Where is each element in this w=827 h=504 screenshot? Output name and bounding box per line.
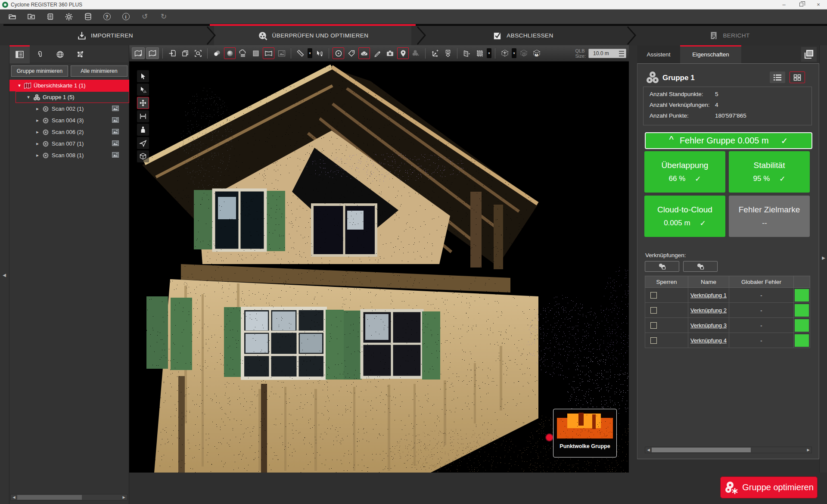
tab-eigenschaften[interactable]: Eigenschaften	[680, 45, 741, 63]
spinner-icon[interactable]	[619, 51, 624, 56]
tab-assistent[interactable]: Assistent	[637, 45, 680, 63]
group-tool-button[interactable]	[410, 47, 422, 59]
layout-toggle-button[interactable]	[801, 47, 817, 62]
measure-dropdown[interactable]: ▾	[308, 48, 312, 58]
duplicate-view-button[interactable]	[179, 47, 191, 59]
close-project-button[interactable]	[26, 12, 36, 22]
panel-expand-button[interactable]: ▶	[821, 252, 827, 263]
pointer-tool-button[interactable]	[137, 70, 149, 82]
restore-button[interactable]	[793, 0, 810, 9]
caret-right-icon[interactable]: ▸	[34, 141, 40, 146]
scroll-right-icon[interactable]: ▶	[121, 495, 127, 499]
tree-item-scan-006[interactable]: ▸ Scan 006 (2)	[9, 126, 129, 138]
scroll-left-icon[interactable]: ◀	[11, 495, 17, 499]
link-verknuepfung-3[interactable]: Verknüpfung 3	[690, 322, 727, 329]
map-add-button[interactable]	[132, 47, 145, 59]
fit-view-button[interactable]	[137, 110, 149, 122]
axes-button[interactable]	[429, 47, 441, 59]
solid-fill-button[interactable]	[250, 47, 261, 59]
collapse-group-button[interactable]: Gruppe minimieren	[11, 65, 68, 77]
lock-checkbox[interactable]	[650, 292, 657, 299]
draw-button[interactable]	[371, 47, 383, 59]
target-button[interactable]	[333, 47, 344, 59]
caret-right-icon[interactable]: ▸	[34, 106, 40, 112]
caret-down-icon[interactable]: ▾	[25, 94, 31, 100]
walk-view-button[interactable]	[137, 124, 149, 136]
lock-links-button[interactable]	[645, 261, 679, 272]
list-view-button[interactable]	[770, 72, 785, 83]
group-marker-dot[interactable]	[545, 433, 553, 442]
tree-item-scan-007[interactable]: ▸ Scan 007 (1)	[9, 138, 129, 149]
settings-button[interactable]	[64, 12, 74, 22]
image-view-button[interactable]	[276, 47, 287, 59]
tab-abschliessen[interactable]: ABSCHLIESSEN	[424, 26, 622, 45]
lock-checkbox[interactable]	[650, 337, 657, 344]
select-tool-button[interactable]	[137, 84, 149, 96]
sidebar-horizontal-scrollbar[interactable]: ◀ ▶	[10, 494, 127, 501]
3d-viewport[interactable]: Punktwolke Gruppe	[129, 62, 629, 473]
caret-down-icon[interactable]: ▾	[16, 83, 22, 88]
cube-view-dropdown[interactable]: ▾	[512, 48, 516, 58]
sidebar-tab-structure[interactable]	[9, 45, 30, 63]
redo-button[interactable]: ↻	[159, 12, 169, 22]
column-name[interactable]: Name	[688, 276, 729, 288]
minimize-button[interactable]: –	[775, 0, 793, 9]
tab-importieren[interactable]: IMPORTIEREN	[4, 26, 205, 45]
zoom-selection-button[interactable]	[192, 47, 204, 59]
multi-cloud-button[interactable]	[211, 47, 223, 59]
sidebar-collapse-button[interactable]: ◀	[1, 269, 8, 280]
manage-button[interactable]	[45, 12, 55, 22]
storage-button[interactable]	[83, 12, 93, 22]
column-globaler-fehler[interactable]: Globaler Fehler	[729, 276, 794, 288]
tree-item-gruppe-1[interactable]: ▾ Gruppe 1 (5)	[16, 91, 129, 103]
building-button[interactable]	[461, 47, 473, 59]
collapse-all-button[interactable]: Alle minimieren	[71, 65, 127, 77]
selection-mode-button[interactable]	[474, 47, 485, 59]
map-remove-button[interactable]	[146, 47, 159, 59]
group-thumbnail-card[interactable]: Punktwolke Gruppe	[553, 409, 617, 457]
scrollbar-track[interactable]	[652, 447, 805, 453]
scrollbar-track[interactable]	[17, 495, 121, 500]
cube-measure-button[interactable]: M	[531, 47, 542, 59]
link-verknuepfung-4[interactable]: Verknüpfung 4	[690, 337, 727, 344]
link-verknuepfung-2[interactable]: Verknüpfung 2	[690, 307, 727, 314]
info-button[interactable]: i	[121, 12, 131, 22]
lock-checkbox[interactable]	[650, 322, 657, 329]
column-sperren[interactable]: Sperren	[645, 276, 688, 288]
cube-view-button[interactable]	[499, 47, 510, 59]
help-button[interactable]: ?	[102, 12, 112, 22]
pin-button[interactable]	[397, 47, 409, 59]
scan-position-button[interactable]	[442, 47, 454, 59]
tag-button[interactable]	[345, 47, 357, 59]
lock-checkbox[interactable]	[650, 307, 657, 314]
tree-item-scan-008[interactable]: ▸ Scan 008 (1)	[9, 149, 129, 161]
tree-item-uebersichtskarte[interactable]: ▾ Übersichtskarte 1 (1)	[9, 80, 129, 91]
caret-right-icon[interactable]: ▸	[34, 129, 40, 135]
unlock-links-button[interactable]	[683, 261, 718, 272]
optimize-group-button[interactable]: Gruppe optimieren	[720, 476, 818, 498]
open-project-button[interactable]	[7, 12, 17, 22]
close-button[interactable]: ×	[810, 0, 827, 9]
grid-view-button[interactable]	[790, 72, 805, 83]
cube-eye-button[interactable]	[518, 47, 529, 59]
send-to-view-button[interactable]	[166, 47, 178, 59]
sphere-view-button[interactable]	[224, 47, 236, 59]
caret-right-icon[interactable]: ▸	[34, 118, 40, 123]
tab-bericht[interactable]: BERICHT	[634, 26, 824, 45]
camera-button[interactable]	[384, 47, 396, 59]
banner-collapse-icon[interactable]: ^	[669, 134, 674, 145]
undo-button[interactable]: ↺	[140, 12, 150, 22]
scrollbar-thumb[interactable]	[17, 495, 82, 500]
panel-horizontal-scrollbar[interactable]: ◀ ▶	[645, 447, 812, 453]
cloud-group-button[interactable]	[358, 47, 370, 59]
sidebar-tab-web[interactable]	[50, 45, 70, 63]
qlb-size-dropdown[interactable]: 10.0 m	[588, 49, 626, 58]
cloud-settings-button[interactable]	[237, 47, 249, 59]
tree-item-scan-004[interactable]: ▸ Scan 004 (3)	[9, 115, 129, 126]
tab-ueberpruefen-und-optimieren[interactable]: ÜBERPRÜFEN UND OPTIMIEREN	[214, 26, 411, 45]
group-error-banner[interactable]: ^ Fehler Gruppe 0.005 m ✓	[645, 132, 812, 149]
scroll-right-icon[interactable]: ▶	[805, 448, 811, 452]
sidebar-tab-attachments[interactable]	[30, 45, 50, 63]
scrollbar-thumb[interactable]	[652, 448, 751, 452]
caret-right-icon[interactable]: ▸	[34, 152, 40, 158]
